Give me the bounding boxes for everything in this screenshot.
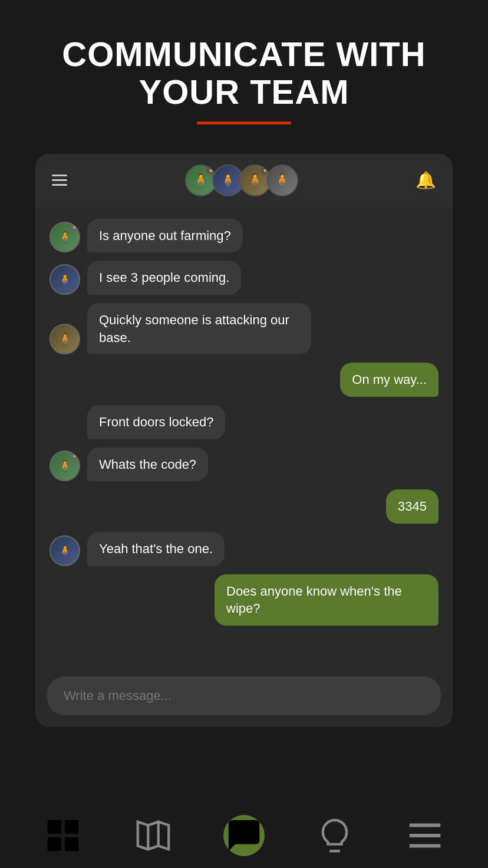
page-title: COMMUNICATE WITH YOUR TEAM: [24, 35, 464, 111]
message-input[interactable]: [47, 676, 441, 715]
page-header: COMMUNICATE WITH YOUR TEAM: [0, 0, 488, 136]
nav-item-map[interactable]: [133, 815, 174, 856]
map-icon: [133, 815, 174, 856]
message-bubble: Is anyone out farming?: [87, 219, 243, 253]
title-underline: [197, 121, 291, 124]
message-row: 🧍 Yeah that's the one.: [50, 532, 438, 566]
svg-rect-3: [65, 837, 78, 851]
grid-icon: [42, 815, 84, 856]
message-avatar: 🧍: [50, 535, 80, 566]
message-row: On my way...: [50, 363, 438, 397]
message-row: 🧍 Quickly someone is attacking our base.: [50, 303, 438, 354]
avatar-group: 🧍 ★ 🧍 🧍 ★ 🧍: [185, 165, 298, 196]
message-bubble: Yeah that's the one.: [87, 532, 225, 566]
svg-rect-1: [65, 820, 78, 834]
bulb-icon: [314, 815, 355, 856]
chat-messages: 🧍 ★ Is anyone out farming? 🧍 I see 3 peo…: [35, 207, 453, 667]
message-row: 🧍 ★ Is anyone out farming?: [50, 219, 438, 253]
chat-container: 🧍 ★ 🧍 🧍 ★ 🧍 🔔 🧍 ★ Is anyone out farming: [35, 154, 453, 727]
message-avatar: 🧍: [50, 324, 80, 354]
message-row: 3345: [50, 489, 438, 524]
message-row: 🧍 ★ Whats the code?: [50, 448, 438, 482]
message-bubble: Quickly someone is attacking our base.: [87, 303, 311, 354]
bottom-nav: [0, 803, 488, 868]
list-icon: [404, 815, 446, 856]
chat-navbar: 🧍 ★ 🧍 🧍 ★ 🧍 🔔: [35, 154, 453, 207]
message-avatar: 🧍: [50, 264, 80, 295]
message-bubble: 3345: [386, 489, 438, 524]
svg-rect-0: [48, 820, 61, 834]
message-avatar: 🧍 ★: [50, 451, 80, 481]
message-bubble: Front doors locked?: [87, 405, 225, 439]
nav-avatar-4[interactable]: 🧍: [266, 165, 298, 196]
notification-bell-icon[interactable]: 🔔: [416, 170, 436, 190]
chat-input-area: [35, 667, 453, 727]
svg-rect-2: [48, 837, 61, 851]
message-bubble: I see 3 people coming.: [87, 261, 241, 295]
message-bubble: Whats the code?: [87, 448, 208, 482]
message-bubble: On my way...: [340, 363, 438, 397]
message-row: Does anyone know when's the wipe?: [50, 574, 438, 626]
nav-item-chat[interactable]: [223, 815, 265, 856]
message-row: Front doors locked?: [50, 405, 438, 439]
message-bubble: Does anyone know when's the wipe?: [215, 574, 438, 626]
nav-item-grid[interactable]: [42, 815, 84, 856]
menu-button[interactable]: [52, 175, 67, 186]
message-row: 🧍 I see 3 people coming.: [50, 261, 438, 295]
nav-item-list[interactable]: [404, 815, 446, 856]
message-avatar: 🧍 ★: [50, 222, 80, 252]
nav-item-bulb[interactable]: [314, 815, 355, 856]
chat-icon: [223, 815, 265, 856]
